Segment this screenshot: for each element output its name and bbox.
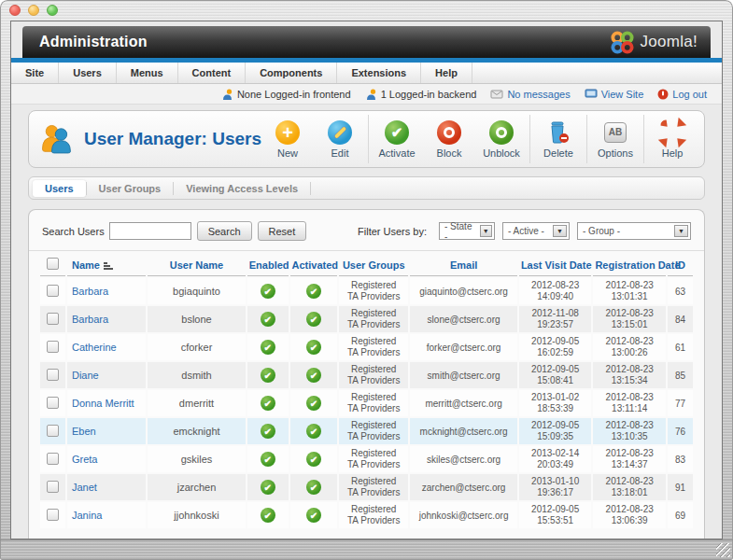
enabled-check-icon[interactable]: ✔ — [261, 312, 275, 327]
tab-users[interactable]: Users — [33, 180, 86, 197]
enabled-check-icon[interactable]: ✔ — [306, 424, 321, 439]
menu-item-menus[interactable]: Menus — [117, 63, 178, 83]
registration-text: 2012-08-2313:06:39 — [595, 504, 664, 526]
search-button[interactable]: Search — [197, 221, 252, 241]
tab-user-groups[interactable]: User Groups — [87, 180, 174, 197]
help-button[interactable]: Help — [646, 113, 698, 165]
user-name-link[interactable]: Barbara — [72, 314, 108, 325]
row-checkbox[interactable] — [47, 369, 59, 381]
edit-button[interactable]: Edit — [314, 113, 366, 165]
menu-item-components[interactable]: Components — [246, 63, 337, 83]
column-header-user-name[interactable]: User Name — [148, 253, 246, 276]
menu-item-site[interactable]: Site — [11, 63, 59, 83]
row-checkbox[interactable] — [47, 509, 59, 521]
menu-item-users[interactable]: Users — [59, 63, 117, 83]
select-all-header — [40, 253, 65, 276]
filter-active-select[interactable]: - Active - ▼ — [502, 222, 570, 240]
enabled-check-icon[interactable]: ✔ — [306, 284, 321, 299]
activate-button[interactable]: ✔Activate — [371, 113, 423, 165]
last-visit-text: 2012-11-0819:23:57 — [521, 308, 590, 330]
row-checkbox[interactable] — [47, 481, 59, 493]
last-visit-cell: 2013-01-0218:53:39 — [519, 390, 592, 416]
user-name-link[interactable]: Barbara — [72, 286, 108, 297]
column-header-last-visit-date[interactable]: Last Visit Date — [519, 253, 592, 276]
username-cell: bslone — [148, 306, 246, 332]
window-close-button[interactable] — [9, 5, 21, 16]
user-name-link[interactable]: Donna Merritt — [72, 398, 134, 409]
column-header-name[interactable]: Name — [67, 253, 146, 276]
window-minimize-button[interactable] — [28, 5, 39, 16]
enabled-check-icon[interactable]: ✔ — [306, 368, 321, 383]
row-checkbox[interactable] — [47, 313, 59, 325]
row-checkbox[interactable] — [47, 397, 59, 409]
enabled-check-icon[interactable]: ✔ — [261, 284, 275, 299]
enabled-check-icon[interactable]: ✔ — [261, 480, 275, 495]
row-select-cell — [40, 306, 65, 332]
block-button[interactable]: Block — [423, 113, 475, 165]
new-icon: + — [275, 120, 300, 145]
enabled-cell: ✔ — [247, 334, 289, 360]
delete-button[interactable]: Delete — [532, 113, 585, 165]
row-checkbox[interactable] — [47, 285, 59, 297]
reset-button[interactable]: Reset — [258, 221, 307, 241]
window-zoom-button[interactable] — [47, 5, 58, 16]
filter-group-select[interactable]: - Group - ▼ — [577, 222, 691, 240]
row-checkbox[interactable] — [47, 425, 59, 437]
email-cell: smith@ctserc.org — [410, 362, 517, 388]
table-row: Catherinecforker✔✔RegisteredTA Providers… — [40, 334, 693, 360]
enabled-check-icon[interactable]: ✔ — [261, 340, 275, 355]
resize-grip-icon[interactable] — [716, 543, 730, 557]
row-checkbox[interactable] — [47, 453, 59, 465]
column-header-enabled[interactable]: Enabled — [247, 253, 289, 276]
menu-item-extensions[interactable]: Extensions — [337, 63, 421, 83]
column-header-activated[interactable]: Activated — [290, 253, 338, 276]
enabled-check-icon[interactable]: ✔ — [306, 452, 321, 467]
view-site-icon — [585, 89, 598, 99]
row-checkbox[interactable] — [47, 341, 59, 353]
enabled-check-icon[interactable]: ✔ — [306, 312, 321, 327]
enabled-check-icon[interactable]: ✔ — [306, 396, 321, 411]
options-icon: AB — [603, 120, 627, 145]
last-visit-cell: 2012-09-0516:02:59 — [519, 334, 592, 360]
user-name-link[interactable]: Janina — [72, 510, 102, 521]
user-name-link[interactable]: Eben — [72, 426, 96, 437]
filter-state-select[interactable]: - State - ▼ — [439, 222, 495, 240]
enabled-check-icon[interactable]: ✔ — [261, 452, 275, 467]
user-groups-cell: RegisteredTA Providers — [339, 306, 408, 332]
unblock-button[interactable]: Unblock — [475, 113, 528, 165]
search-input[interactable] — [109, 222, 191, 240]
email-cell: merritt@ctserc.org — [410, 390, 517, 416]
window-titlebar[interactable] — [0, 0, 733, 21]
admin-title: Administration — [39, 34, 148, 50]
user-name-link[interactable]: Catherine — [72, 342, 117, 353]
user-name-link[interactable]: Janet — [72, 482, 97, 493]
menu-item-help[interactable]: Help — [421, 63, 472, 83]
column-header-email[interactable]: Email — [410, 253, 517, 276]
status-messages-link[interactable]: No messages — [490, 89, 570, 100]
user-groups-text: RegisteredTA Providers — [341, 280, 406, 302]
activated-cell: ✔ — [290, 418, 338, 444]
user-groups-text: RegisteredTA Providers — [341, 392, 406, 414]
enabled-check-icon[interactable]: ✔ — [261, 396, 275, 411]
enabled-check-icon[interactable]: ✔ — [261, 424, 275, 439]
status-view-site-link[interactable]: View Site — [585, 89, 644, 100]
enabled-check-icon[interactable]: ✔ — [306, 340, 321, 355]
user-name-link[interactable]: Diane — [72, 370, 99, 381]
options-button[interactable]: ABOptions — [589, 113, 641, 165]
table-row: Barbarabslone✔✔RegisteredTA Providersslo… — [40, 306, 693, 332]
toolbar-button-label: Edit — [331, 147, 349, 159]
status-logout-link[interactable]: Log out — [657, 89, 707, 100]
tab-viewing-access-levels[interactable]: Viewing Access Levels — [174, 180, 310, 197]
user-groups-cell: RegisteredTA Providers — [339, 502, 408, 528]
new-button[interactable]: +New — [261, 113, 314, 165]
column-header-registration-date[interactable]: Registration Date — [593, 253, 666, 276]
enabled-check-icon[interactable]: ✔ — [261, 508, 275, 523]
column-header-user-groups[interactable]: User Groups — [339, 253, 408, 276]
select-all-checkbox[interactable] — [47, 258, 59, 270]
enabled-check-icon[interactable]: ✔ — [306, 480, 321, 495]
activated-cell: ✔ — [290, 362, 338, 388]
enabled-check-icon[interactable]: ✔ — [306, 508, 321, 523]
user-name-link[interactable]: Greta — [72, 454, 98, 465]
enabled-check-icon[interactable]: ✔ — [261, 368, 275, 383]
menu-item-content[interactable]: Content — [178, 63, 247, 83]
